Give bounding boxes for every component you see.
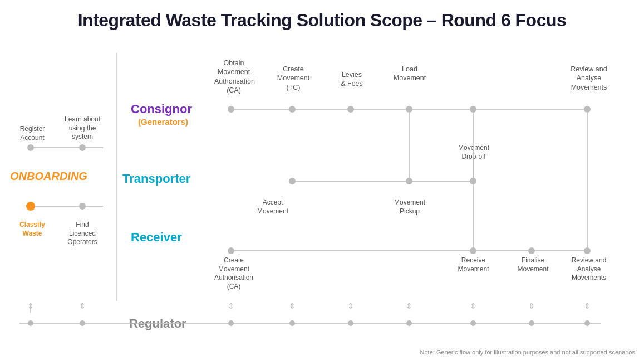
svg-point-42 — [406, 320, 412, 326]
label-create-ma: CreateMovementAuthorisation(CA) — [214, 256, 253, 291]
svg-text:⇕: ⇕ — [289, 301, 296, 310]
svg-text:⇕: ⇕ — [584, 301, 591, 310]
col-header-review-analyse-top: Review andAnalyseMovements — [569, 65, 609, 92]
label-finalise-movement: FinaliseMovement — [515, 256, 551, 274]
role-generators: (Generators) — [138, 117, 188, 127]
col-header-load: LoadMovement — [393, 65, 426, 83]
svg-point-6 — [228, 106, 234, 113]
onboarding-label: ONBOARDING — [10, 170, 87, 183]
svg-text:⇕: ⇕ — [406, 301, 412, 310]
label-receive-movement: ReceiveMovement — [455, 256, 491, 274]
col-header-obtain: ObtainMovementAuthorisation(CA) — [214, 59, 253, 95]
svg-point-44 — [470, 320, 476, 326]
svg-point-32 — [28, 320, 33, 326]
label-register-account: RegisterAccount — [12, 125, 52, 142]
svg-point-21 — [470, 247, 476, 254]
svg-point-29 — [79, 203, 86, 210]
svg-text:⇕: ⇕ — [27, 301, 34, 310]
label-classify-waste: ClassifyWaste — [12, 221, 52, 238]
label-learn-system: Learn aboutusing thesystem — [60, 115, 105, 142]
role-receiver: Receiver — [131, 230, 182, 245]
label-find-operators: FindLicencedOperators — [60, 221, 105, 247]
svg-point-17 — [470, 106, 476, 113]
label-review-analyse-bottom: Review andAnalyseMovements — [569, 256, 609, 283]
svg-point-10 — [584, 106, 591, 113]
svg-point-20 — [228, 247, 234, 254]
svg-point-7 — [289, 106, 296, 113]
note: Note: Generic flow only for illustration… — [420, 349, 635, 356]
svg-point-8 — [347, 106, 354, 113]
role-transporter: Transporter — [122, 172, 190, 186]
svg-point-14 — [406, 178, 412, 184]
svg-point-38 — [289, 320, 295, 326]
role-consignor: Consignor — [131, 102, 192, 116]
page-title: Integrated Waste Tracking Solution Scope… — [0, 0, 644, 36]
svg-text:⇕: ⇕ — [528, 301, 535, 310]
col-header-create-movement: CreateMovement(TC) — [277, 65, 310, 92]
svg-point-25 — [27, 144, 34, 151]
svg-text:⇕: ⇕ — [470, 301, 476, 310]
col-header-levies: Levies& Fees — [336, 70, 368, 89]
label-movement-pickup: MovementPickup — [390, 198, 430, 216]
svg-point-22 — [528, 247, 535, 254]
svg-point-48 — [584, 320, 590, 326]
svg-text:⇕: ⇕ — [79, 301, 86, 310]
svg-point-46 — [529, 320, 534, 326]
svg-point-23 — [584, 247, 591, 254]
svg-point-28 — [26, 202, 35, 211]
label-movement-dropoff: MovementDrop-off — [454, 144, 494, 161]
svg-point-40 — [348, 320, 353, 326]
svg-text:⇕: ⇕ — [228, 301, 234, 310]
svg-point-26 — [79, 144, 86, 151]
role-regulator: Regulator — [129, 317, 186, 331]
svg-point-34 — [80, 320, 85, 326]
svg-point-13 — [289, 178, 296, 184]
diagram-svg: ⇕ ⇕ ⇕ ⇕ ⇕ ⇕ ⇕ ⇕ ⇕ — [0, 0, 644, 360]
svg-point-15 — [470, 178, 476, 184]
label-accept-movement: AcceptMovement — [253, 198, 292, 216]
svg-point-36 — [228, 320, 234, 326]
svg-point-9 — [406, 106, 412, 113]
svg-text:⇕: ⇕ — [347, 301, 354, 310]
